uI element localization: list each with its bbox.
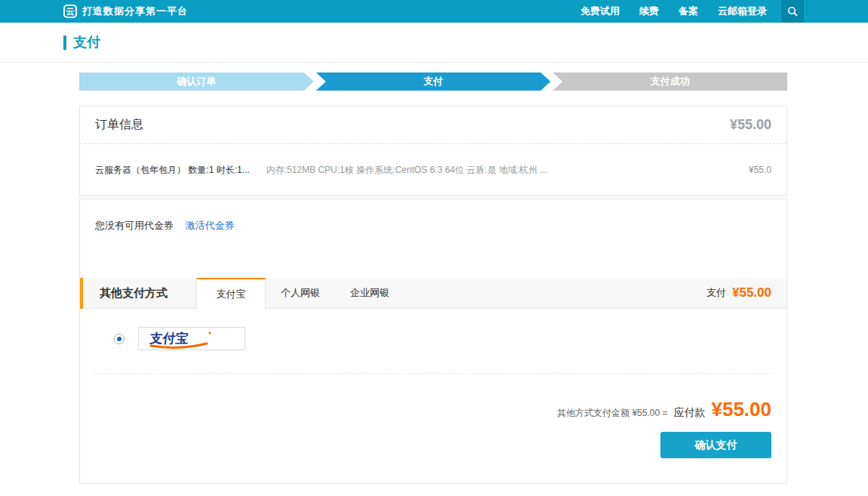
amount-due-label: 应付款 [673, 406, 705, 420]
order-info-card: 订单信息 ¥55.00 云服务器（包年包月） 数量:1 时长:1... 内存:5… [79, 106, 787, 196]
logo[interactable]: 云 打造数据分享第一平台 [63, 5, 188, 18]
order-header: 订单信息 ¥55.00 [80, 106, 786, 144]
top-bar: 云 打造数据分享第一平台 免费试用 续费 备案 云邮箱登录 [0, 0, 868, 23]
tab-personal-ebank[interactable]: 个人网银 [266, 278, 335, 308]
nav-cloud-mail-login[interactable]: 云邮箱登录 [708, 5, 777, 18]
confirm-row: 确认支付 [80, 432, 771, 458]
voucher-status-text: 您没有可用代金券 [95, 220, 174, 231]
pay-label: 支付 [706, 286, 726, 300]
order-item-row: 云服务器（包年包月） 数量:1 时长:1... 内存:512MB CPU:1核 … [80, 144, 786, 196]
payment-method-tabstrip: 其他支付方式 支付宝 个人网银 企业网银 支付 ¥55.00 [80, 278, 786, 309]
page-title: 支付 [63, 35, 100, 50]
search-icon [787, 6, 798, 17]
order-item-price: ¥55.0 [749, 165, 771, 175]
confirm-pay-button[interactable]: 确认支付 [660, 432, 771, 458]
activate-voucher-link[interactable]: 激活代金券 [186, 220, 235, 231]
svg-text:支付宝: 支付宝 [149, 331, 189, 346]
dashed-separator [94, 373, 773, 374]
nav-icp-filing[interactable]: 备案 [669, 5, 708, 18]
site-slogan: 打造数据分享第一平台 [82, 5, 188, 18]
tab-alipay[interactable]: 支付宝 [196, 278, 266, 309]
main-container: 确认订单 支付 支付成功 订单信息 ¥55.00 云服务器（包年包月） 数量:1… [79, 72, 787, 484]
payment-card: 您没有可用代金券 激活代金券 其他支付方式 支付宝 个人网银 企业网银 支付 ¥… [79, 199, 787, 484]
amount-due-value: ¥55.00 [711, 398, 771, 421]
nav-free-trial[interactable]: 免费试用 [571, 5, 629, 18]
checkout-steps: 确认订单 支付 支付成功 [79, 72, 787, 91]
payment-summary: 其他方式支付金额 ¥55.00 = 应付款 ¥55.00 [80, 398, 771, 421]
order-item-spec: 内存:512MB CPU:1核 操作系统:CentOS 6.3 64位 云盾:是… [266, 164, 740, 177]
alipay-option-row: 支付宝 [114, 327, 786, 350]
search-button[interactable] [781, 0, 804, 23]
tab-corporate-ebank[interactable]: 企业网银 [335, 278, 405, 308]
orange-accent-bar [80, 278, 83, 309]
step-pay-success: 支付成功 [553, 72, 787, 91]
top-nav: 免费试用 续费 备案 云邮箱登录 [571, 0, 804, 23]
step-confirm-order: 确认订单 [79, 72, 314, 91]
nav-renew[interactable]: 续费 [629, 5, 669, 18]
radio-dot [117, 337, 122, 341]
other-payment-methods-label: 其他支付方式 [80, 278, 196, 308]
alipay-logo-box[interactable]: 支付宝 [138, 327, 245, 350]
voucher-row: 您没有可用代金券 激活代金券 [80, 199, 786, 233]
title-area: 支付 [0, 23, 868, 63]
order-total-amount: ¥55.00 [730, 117, 771, 133]
summary-prefix-text: 其他方式支付金额 ¥55.00 = [557, 407, 667, 420]
pay-amount: ¥55.00 [732, 285, 771, 300]
cloud-logo-icon: 云 [63, 5, 77, 18]
alipay-radio[interactable] [114, 334, 125, 344]
step-pay: 支付 [316, 72, 551, 91]
order-item-name: 云服务器（包年包月） 数量:1 时长:1... [95, 164, 250, 177]
alipay-logo: 支付宝 [145, 328, 235, 350]
topbar-spacer [804, 0, 868, 23]
strip-pay-summary: 支付 ¥55.00 [706, 278, 786, 308]
order-title: 订单信息 [95, 117, 143, 133]
